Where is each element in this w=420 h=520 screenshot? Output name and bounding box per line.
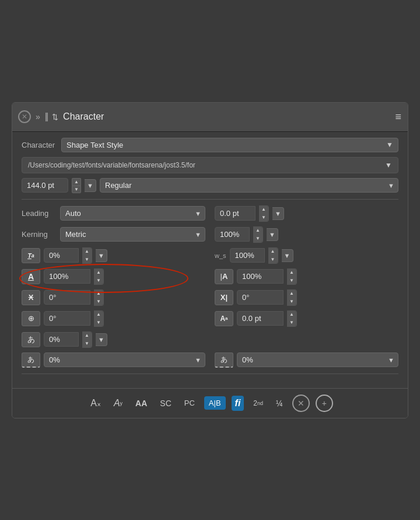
word-spacing-spinner[interactable]: ▲ ▼: [268, 247, 278, 264]
font-size-down[interactable]: ▼: [72, 186, 81, 193]
divider-2: [22, 374, 398, 374]
quarter-button[interactable]: ¼: [272, 396, 286, 410]
leading-dropdown[interactable]: Auto ▼: [60, 206, 205, 221]
rotate-down[interactable]: ▼: [94, 319, 103, 326]
xrot-right: X| 0° ▲ ▼: [215, 289, 398, 306]
kerning-down[interactable]: ▼: [253, 235, 262, 242]
aki-right-chev: ▼: [388, 357, 394, 364]
font-size-dropdown[interactable]: ▼: [85, 179, 96, 192]
super-spinner[interactable]: ▲ ▼: [287, 310, 297, 327]
xrot-left-up[interactable]: ▲: [94, 290, 103, 298]
aki-left: あ 0% ▼: [22, 353, 205, 368]
xrot-right-spinner[interactable]: ▲ ▼: [287, 289, 297, 306]
panels-icon[interactable]: ||: [45, 111, 47, 122]
hscale-down[interactable]: ▼: [94, 277, 103, 284]
tsume-spinner[interactable]: ▲ ▼: [82, 331, 92, 348]
rotate-value[interactable]: 0°: [44, 311, 90, 326]
leading-up[interactable]: ▲: [259, 206, 268, 214]
xrot-right-down[interactable]: ▼: [287, 298, 296, 305]
kerning-dropdown[interactable]: Metric ▼: [60, 227, 205, 242]
style-chevron-icon: ▼: [388, 182, 394, 189]
font-style-dropdown[interactable]: Regular ▼: [100, 178, 398, 193]
baseline-left: Ta 0% ▲ ▼ ▼: [22, 247, 205, 264]
leading-spinner[interactable]: ▲ ▼: [259, 205, 269, 222]
hscale-value[interactable]: 100%: [44, 269, 90, 284]
xrot-left: X 0° ▲ ▼: [22, 289, 205, 306]
menu-icon[interactable]: ≡: [395, 111, 402, 123]
vscale-value[interactable]: 100%: [237, 269, 284, 284]
word-spacing-down[interactable]: ▼: [268, 256, 278, 263]
hscale-spinner[interactable]: ▲ ▼: [94, 268, 104, 285]
font-size-style-row: 144.0 pt ▲ ▼ ▼ Regular ▼: [22, 178, 398, 193]
leading-label: Leading: [22, 209, 57, 218]
word-spacing-value[interactable]: 100%: [230, 248, 265, 263]
kerning-up[interactable]: ▲: [253, 227, 262, 235]
baseline-icon: Ta: [22, 248, 40, 263]
tsume-value[interactable]: 0%: [44, 332, 79, 347]
font-size-input[interactable]: 144.0 pt: [22, 178, 68, 193]
sort-icon[interactable]: ⇅: [52, 113, 58, 121]
baseline-dropdown[interactable]: ▼: [96, 249, 107, 262]
leading-row: Leading Auto ▼ 0.0 pt ▲ ▼ ▼: [22, 205, 398, 222]
hscale-vscale-row: A 100% ▲ ▼ |A 100% ▲ ▼: [22, 268, 398, 285]
leading-right-dropdown[interactable]: ▼: [272, 207, 284, 220]
x-circle-button[interactable]: ✕: [292, 395, 310, 412]
chevrons-icon[interactable]: »: [36, 112, 40, 121]
close-button[interactable]: ✕: [18, 110, 31, 123]
super-up[interactable]: ▲: [287, 311, 296, 319]
ab-button[interactable]: A|B: [204, 396, 226, 410]
add-circle-button[interactable]: +: [316, 395, 333, 412]
baseline-up[interactable]: ▲: [82, 248, 92, 256]
super-value[interactable]: 0.0 pt: [237, 311, 284, 326]
aa-button[interactable]: AA: [132, 396, 150, 410]
super-icon: Aa: [215, 311, 233, 326]
leading-pt-value[interactable]: 0.0 pt: [215, 206, 256, 221]
xrot-left-value[interactable]: 0°: [44, 290, 90, 305]
kerning-spinner[interactable]: ▲ ▼: [253, 226, 263, 243]
panel-body: Character Shape Text Style ▼ /Users/codi…: [12, 132, 408, 386]
font-path-row[interactable]: /Users/coding/test/fonts/variable/fontsa…: [22, 157, 398, 173]
baseline-down[interactable]: ▼: [82, 256, 92, 263]
tsume-down[interactable]: ▼: [82, 340, 92, 347]
sc-button[interactable]: SC: [156, 396, 174, 410]
rotate-icon: ⊕: [22, 311, 40, 326]
baseline-spinner[interactable]: ▲ ▼: [82, 247, 92, 264]
kerning-pct-value[interactable]: 100%: [215, 227, 250, 242]
xrot-right-icon: X|: [215, 290, 233, 305]
font-size-up[interactable]: ▲: [72, 178, 81, 186]
hscale-up[interactable]: ▲: [94, 269, 103, 277]
character-style-row: Character Shape Text Style ▼: [22, 138, 398, 152]
aki-right-icon: あ: [215, 353, 233, 368]
2nd-button[interactable]: 2nd: [250, 397, 267, 410]
xrot-right-up[interactable]: ▲: [287, 290, 296, 298]
ax-button[interactable]: Aₓ: [87, 395, 104, 411]
word-spacing-up[interactable]: ▲: [268, 248, 278, 256]
fi-button[interactable]: fi: [232, 396, 244, 411]
baseline-pct-value[interactable]: 0%: [44, 248, 79, 263]
aki-row: あ 0% ▼ あ 0% ▼: [22, 353, 398, 368]
tsume-row: あ 0% ▲ ▼ ▼: [22, 331, 398, 348]
super-down[interactable]: ▼: [287, 319, 296, 326]
vscale-down[interactable]: ▼: [287, 277, 296, 284]
rotate-up[interactable]: ▲: [94, 311, 103, 319]
ay-button[interactable]: Ay: [110, 396, 126, 411]
kerning-right-dropdown[interactable]: ▼: [267, 228, 278, 241]
xrot-left-spinner[interactable]: ▲ ▼: [94, 289, 104, 306]
vscale-spinner[interactable]: ▲ ▼: [287, 268, 297, 285]
xrot-left-down[interactable]: ▼: [94, 298, 103, 305]
aki-left-dropdown[interactable]: 0% ▼: [44, 353, 205, 367]
aki-right-dropdown[interactable]: 0% ▼: [237, 353, 398, 367]
leading-down[interactable]: ▼: [259, 214, 268, 221]
shape-text-style-dropdown[interactable]: Shape Text Style ▼: [61, 138, 398, 152]
word-spacing-dropdown[interactable]: ▼: [282, 249, 293, 262]
font-size-spinner[interactable]: ▲ ▼: [72, 178, 81, 193]
tsume-up[interactable]: ▲: [82, 332, 92, 340]
tsume-dropdown[interactable]: ▼: [96, 333, 107, 346]
baseline-wordspacing-row: Ta 0% ▲ ▼ ▼ w_s 100% ▲ ▼ ▼: [22, 247, 398, 264]
character-label: Character: [22, 141, 57, 149]
aki-right: あ 0% ▼: [215, 353, 398, 368]
rotate-spinner[interactable]: ▲ ▼: [94, 310, 104, 327]
pc-button[interactable]: PC: [181, 396, 198, 410]
vscale-up[interactable]: ▲: [287, 269, 296, 277]
xrot-right-value[interactable]: 0°: [237, 290, 284, 305]
